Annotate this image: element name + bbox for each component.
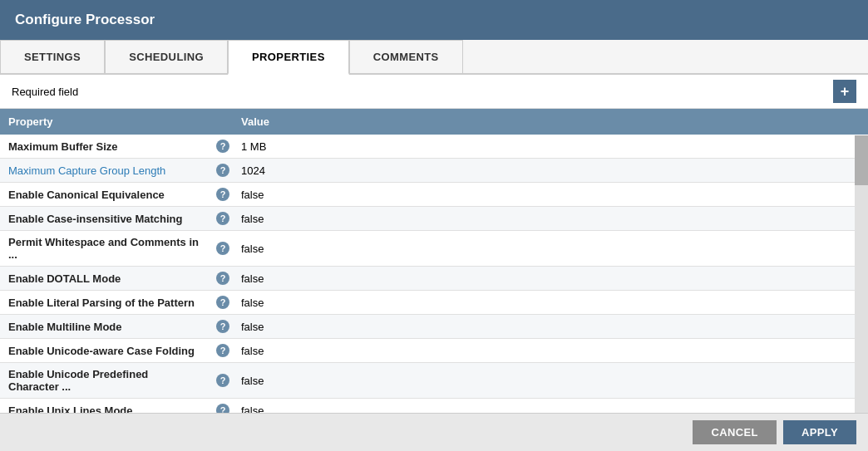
property-name-cell: Enable Canonical Equivalence bbox=[0, 183, 208, 207]
help-icon[interactable]: ? bbox=[216, 212, 229, 225]
property-actions-cell bbox=[441, 339, 868, 363]
scrollbar-thumb[interactable] bbox=[855, 135, 868, 185]
property-value-cell: false bbox=[233, 363, 441, 399]
property-value-cell: false bbox=[233, 315, 441, 339]
help-icon[interactable]: ? bbox=[216, 188, 229, 201]
help-icon[interactable]: ? bbox=[216, 272, 229, 285]
property-actions-cell bbox=[441, 315, 868, 339]
property-name-cell: Enable Literal Parsing of the Pattern bbox=[0, 291, 208, 315]
property-name-cell: Enable Case-insensitive Matching bbox=[0, 207, 208, 231]
tab-settings[interactable]: SETTINGS bbox=[0, 40, 105, 73]
cancel-button[interactable]: CANCEL bbox=[693, 420, 777, 444]
apply-button[interactable]: APPLY bbox=[783, 420, 856, 444]
table-row: Enable Multiline Mode?false bbox=[0, 315, 868, 339]
property-name-text: Enable DOTALL Mode bbox=[8, 272, 121, 285]
table-row: Enable Unicode Predefined Character ...?… bbox=[0, 363, 868, 399]
help-cell: ? bbox=[208, 135, 233, 159]
property-name-text: Enable Unicode-aware Case Folding bbox=[8, 345, 195, 357]
property-name-cell: Enable Unicode Predefined Character ... bbox=[0, 363, 208, 399]
help-cell: ? bbox=[208, 267, 233, 291]
table-row: Enable Unix Lines Mode?false bbox=[0, 399, 868, 414]
help-cell: ? bbox=[208, 231, 233, 267]
property-name-cell: Enable Multiline Mode bbox=[0, 315, 208, 339]
required-field-label: Required field bbox=[12, 86, 78, 98]
property-actions-cell bbox=[441, 207, 868, 231]
dialog-header: Configure Processor bbox=[0, 0, 868, 40]
property-name-link[interactable]: Maximum Capture Group Length bbox=[8, 164, 165, 177]
dialog-title: Configure Processor bbox=[15, 12, 155, 27]
property-value-cell: false bbox=[233, 339, 441, 363]
help-icon[interactable]: ? bbox=[216, 404, 229, 413]
property-name-cell: Maximum Capture Group Length bbox=[0, 159, 208, 183]
property-name-text: Maximum Buffer Size bbox=[8, 140, 117, 153]
help-cell: ? bbox=[208, 399, 233, 414]
property-value-cell: false bbox=[233, 399, 441, 414]
help-icon[interactable]: ? bbox=[216, 344, 229, 357]
table-row: Enable Canonical Equivalence?false bbox=[0, 183, 868, 207]
footer: CANCEL APPLY bbox=[0, 413, 868, 451]
table-row: Enable DOTALL Mode?false bbox=[0, 267, 868, 291]
help-cell: ? bbox=[208, 207, 233, 231]
property-value-cell: 1024 bbox=[233, 159, 441, 183]
property-actions-cell bbox=[441, 135, 868, 159]
property-name-text: Enable Canonical Equivalence bbox=[8, 189, 165, 201]
property-name-cell: Enable Unicode-aware Case Folding bbox=[0, 339, 208, 363]
help-cell: ? bbox=[208, 339, 233, 363]
scrollbar[interactable] bbox=[855, 135, 868, 413]
property-name-cell: Enable DOTALL Mode bbox=[0, 267, 208, 291]
table-row: Enable Case-insensitive Matching?false bbox=[0, 207, 868, 231]
property-actions-cell bbox=[441, 159, 868, 183]
tab-properties[interactable]: PROPERTIES bbox=[228, 40, 349, 75]
tab-bar: SETTINGS SCHEDULING PROPERTIES COMMENTS bbox=[0, 40, 868, 75]
property-actions-cell bbox=[441, 399, 868, 414]
properties-table-container: Property Value Maximum Buffer Size?1 MBM… bbox=[0, 109, 868, 413]
property-name-text: Enable Case-insensitive Matching bbox=[8, 213, 183, 225]
help-cell: ? bbox=[208, 363, 233, 399]
property-actions-cell bbox=[441, 183, 868, 207]
property-value-cell: 1 MB bbox=[233, 135, 441, 159]
help-cell: ? bbox=[208, 291, 233, 315]
column-header-help bbox=[208, 109, 233, 135]
add-property-button[interactable]: + bbox=[833, 80, 856, 103]
help-icon[interactable]: ? bbox=[216, 242, 229, 255]
help-cell: ? bbox=[208, 159, 233, 183]
property-name-cell: Maximum Buffer Size bbox=[0, 135, 208, 159]
property-actions-cell bbox=[441, 291, 868, 315]
help-icon[interactable]: ? bbox=[216, 374, 229, 387]
property-value-cell: false bbox=[233, 231, 441, 267]
property-name-text: Enable Literal Parsing of the Pattern bbox=[8, 297, 195, 309]
property-name-cell: Permit Whitespace and Comments in ... bbox=[0, 231, 208, 267]
column-header-property: Property bbox=[0, 109, 208, 135]
tab-scheduling[interactable]: SCHEDULING bbox=[105, 40, 228, 73]
required-field-row: Required field + bbox=[0, 75, 868, 109]
tab-comments[interactable]: COMMENTS bbox=[349, 40, 463, 73]
property-value-cell: false bbox=[233, 291, 441, 315]
property-actions-cell bbox=[441, 267, 868, 291]
property-value-cell: false bbox=[233, 267, 441, 291]
table-row: Enable Unicode-aware Case Folding?false bbox=[0, 339, 868, 363]
column-header-actions bbox=[441, 109, 868, 135]
help-icon[interactable]: ? bbox=[216, 296, 229, 309]
help-icon[interactable]: ? bbox=[216, 140, 229, 153]
property-value-cell: false bbox=[233, 183, 441, 207]
column-header-value: Value bbox=[233, 109, 441, 135]
help-icon[interactable]: ? bbox=[216, 164, 229, 177]
property-name-cell: Enable Unix Lines Mode bbox=[0, 399, 208, 414]
table-row: Maximum Buffer Size?1 MB bbox=[0, 135, 868, 159]
property-value-cell: false bbox=[233, 207, 441, 231]
table-row: Maximum Capture Group Length?1024 bbox=[0, 159, 868, 183]
property-name-text: Enable Multiline Mode bbox=[8, 321, 122, 333]
help-cell: ? bbox=[208, 183, 233, 207]
help-cell: ? bbox=[208, 315, 233, 339]
table-row: Permit Whitespace and Comments in ...?fa… bbox=[0, 231, 868, 267]
property-name-text: Enable Unix Lines Mode bbox=[8, 404, 133, 414]
property-actions-cell bbox=[441, 231, 868, 267]
property-name-text: Enable Unicode Predefined Character ... bbox=[8, 368, 148, 393]
table-row: Enable Literal Parsing of the Pattern?fa… bbox=[0, 291, 868, 315]
properties-table: Property Value Maximum Buffer Size?1 MBM… bbox=[0, 109, 868, 413]
property-actions-cell bbox=[441, 363, 868, 399]
property-name-text: Permit Whitespace and Comments in ... bbox=[8, 236, 199, 261]
help-icon[interactable]: ? bbox=[216, 320, 229, 333]
